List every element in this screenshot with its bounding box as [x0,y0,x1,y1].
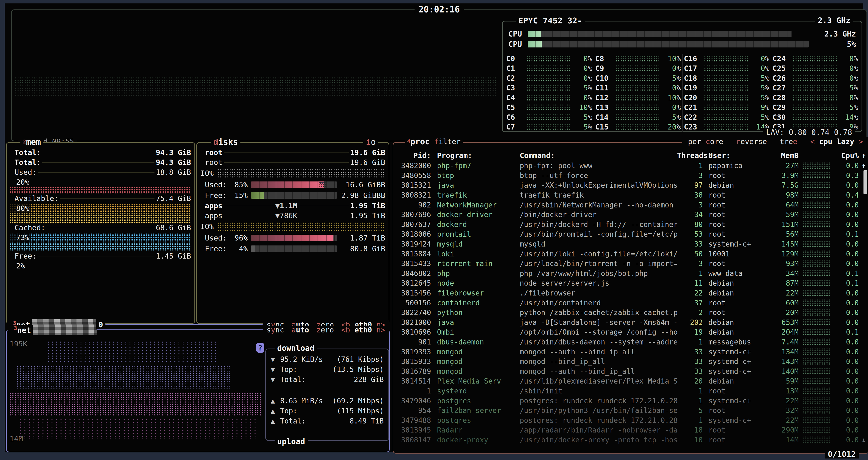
cpu-total-meter [528,31,792,37]
core-usage-graph [526,65,571,71]
mem-row-total: Total:94.3 GiB [10,147,191,157]
process-row[interactable]: 901dbus-daemon/usr/bin/dbus-daemon --sys… [393,337,868,347]
core-usage-graph [793,95,837,101]
process-row[interactable]: 3021000javajava -D[Standalone] -server -… [393,318,868,328]
col-pid[interactable]: Pid: [393,151,431,160]
process-row[interactable]: 954fail2ban-server/usr/bin/python3 /usr/… [393,406,868,416]
disks-panel-title[interactable]: isks [218,137,238,147]
process-cpu-graph [803,309,831,316]
core-row-C16: C160% [684,54,770,64]
process-pid: 954 [393,406,431,415]
process-row[interactable]: 3019393mongodmongod --auth --bind_ip_all… [393,347,868,357]
process-row[interactable]: 3482000php-fpm7php-fpm: pool www1papamic… [393,161,868,171]
process-command: traefik traefik [520,191,677,199]
process-row[interactable]: 3018086promtail/usr/bin/promtail -config… [393,229,868,239]
process-cpu: 0.3 [835,171,859,180]
net-graph-icon: ? [256,343,264,353]
core-label: C16 [684,54,704,63]
process-row[interactable]: 3014514Plex Media Serv/usr/lib/plexmedia… [393,376,868,386]
process-row[interactable]: 3480558btopbtop --utf-force3root3.9M0.3 [393,171,868,180]
process-threads: 33 [677,240,703,248]
process-row[interactable]: 3019424mysqldmysqld33systemd-c+145M0.0 [393,239,868,249]
disk-row-apps: apps▼1.1M1.95 TiB [200,201,385,211]
mem-value: 18.8 GiB [156,168,191,176]
disk-io-graph [217,222,385,231]
process-row[interactable]: 3008321traefiktraefik traefik38root98M0.… [393,190,868,200]
process-command: postgres: rundeck rundeck 172.21.0.28(48… [520,397,677,405]
col-command[interactable]: Command: [520,151,677,160]
process-row[interactable]: 3022740pythonpython /zabbix-cachet/zabbi… [393,308,868,318]
process-cpu-graph [803,368,831,375]
process-threads: 33 [677,357,703,366]
col-program[interactable]: Program: [431,151,520,160]
process-row[interactable]: 3015456filebrowser./filebrowser22debian2… [393,288,868,298]
process-cpu-graph [803,241,831,248]
process-row[interactable]: 3013945Radarr/app/radarr/bin/Radarr -nob… [393,425,868,435]
net-zero-value: 0 [96,320,105,329]
mem-panel-title[interactable]: mem [26,137,41,147]
process-row[interactable]: 3479046postgrespostgres: rundeck rundeck… [393,396,868,406]
tree-button[interactable]: tree [778,137,800,146]
process-row[interactable]: 3016789mongodmongod --auth --bind_ip_all… [393,366,868,376]
core-label: C2 [506,74,526,83]
process-command: java -XX:+UnlockExperimentalVMOptions -X… [520,181,677,189]
mem-value: 94.3 GiB [156,158,191,167]
cpu-core-box: EPYC 7452 32- 2.3 GHz CPU 2.3 GHz CPU 5% [502,21,862,132]
process-row[interactable]: 3015433rtorrent main/usr/local/bin/rtorr… [393,259,868,269]
process-pid: 3015933 [393,357,431,366]
col-user[interactable]: User: [703,151,769,160]
process-cpu: 0.0 [835,308,859,317]
download-stat-row: ▼Top:(13.5 Mibps) [266,364,389,374]
core-usage-percent: 5% [837,103,858,112]
col-cpu[interactable]: Cpu% [835,151,859,160]
auto-button[interactable]: auto [291,326,309,334]
process-row[interactable]: 3015884loki/usr/bin/loki -config.file=/e… [393,249,868,259]
process-threads: 1 [677,416,703,425]
process-cpu-graph [803,348,831,355]
col-threads[interactable]: Threads: [677,151,703,160]
cpu-avg-meter [528,41,809,47]
process-row[interactable]: 3008147docker-proxy/usr/bin/docker-proxy… [393,435,868,445]
process-program: python [431,308,520,317]
core-usage-percent: 5% [748,84,770,92]
process-cpu: 0.0 [835,289,859,297]
core-usage-percent: 0% [571,64,592,73]
per-core-button[interactable]: per-core [686,137,725,146]
filter-button[interactable]: filter [432,137,463,146]
core-label: C28 [773,93,793,102]
process-row[interactable]: 3479488postgrespostgres: rundeck rundeck… [393,415,868,425]
process-program: java [431,318,520,327]
process-row[interactable]: 3046802phpphp /var/www/html/jobs/bot.php… [393,269,868,278]
io-mode-toggle[interactable]: o [371,137,376,147]
process-row[interactable]: 3007637dockerd/usr/bin/dockerd -H fd:// … [393,220,868,230]
net-stat-value: (69.2 Mibps) [323,397,384,405]
process-row[interactable]: 3012645nodenode server/server.js11debian… [393,278,868,288]
process-pid: 1 [393,387,431,395]
net-speed-box: ? download ▼95.2 KiB/s(761 Kibps)▼Top:(1… [265,349,389,441]
sort-direction-icon[interactable]: ↑ [859,151,868,160]
proc-panel-title[interactable]: proc [410,137,430,146]
process-row[interactable]: 3015933mongodmongod --bind_ip_all33syste… [393,357,868,367]
process-row[interactable]: 1systemd/sbin/init1root13M0.0 [393,386,868,396]
disk-meter-label: Free: [200,191,226,200]
interface-eth0-button[interactable]: <b eth0 n> [341,326,385,334]
disk-io-row: IO% [200,167,385,179]
core-row-C3: C35% [506,83,592,93]
process-row[interactable]: 902NetworkManager/usr/sbin/NetworkManage… [393,200,868,210]
zero-button[interactable]: zero [316,326,334,334]
col-memb[interactable]: MemB [769,151,799,160]
process-cpu: 0.1 [835,269,859,278]
core-usage-percent: 0% [571,54,592,63]
process-row[interactable]: 3015321javajava -XX:+UnlockExperimentalV… [393,180,868,190]
sync-button[interactable]: sync [267,326,284,334]
process-row[interactable]: 500156containerd/usr/bin/containerd37roo… [393,298,868,308]
process-mem: 60M [769,299,799,307]
process-row[interactable]: 3010696Ombi/opt/ombi/Ombi --storage /con… [393,327,868,337]
disk-io-rate: ▼786K [275,211,297,220]
load-average: LAV: 0.80 0.74 0.78 [763,128,855,137]
process-user: systemd-c+ [703,357,769,366]
sort-cpu-lazy-button[interactable]: < cpu lazy > [808,137,865,146]
process-row[interactable]: 3007696docker-driver/bin/docker-driver34… [393,210,868,220]
reverse-button[interactable]: reverse [734,137,769,146]
proc-scrollbar-thumb[interactable] [864,170,867,194]
